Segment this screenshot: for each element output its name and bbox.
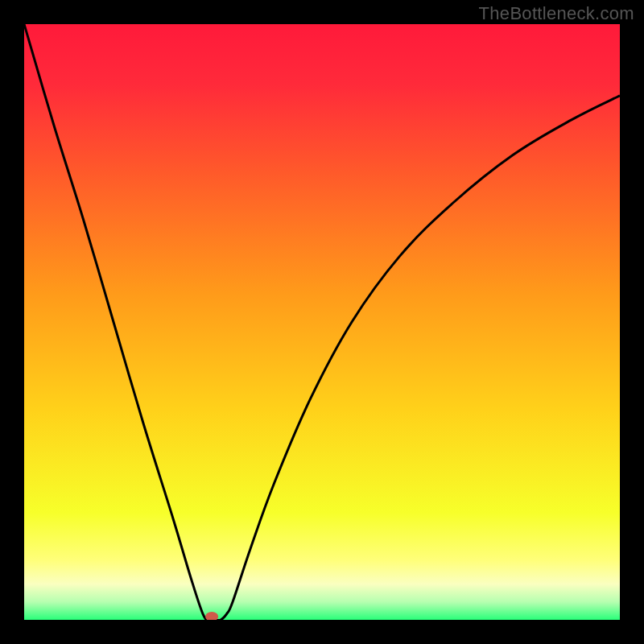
- chart-frame: [24, 24, 620, 620]
- bottleneck-chart: [24, 24, 620, 620]
- watermark-label: TheBottleneck.com: [479, 3, 634, 24]
